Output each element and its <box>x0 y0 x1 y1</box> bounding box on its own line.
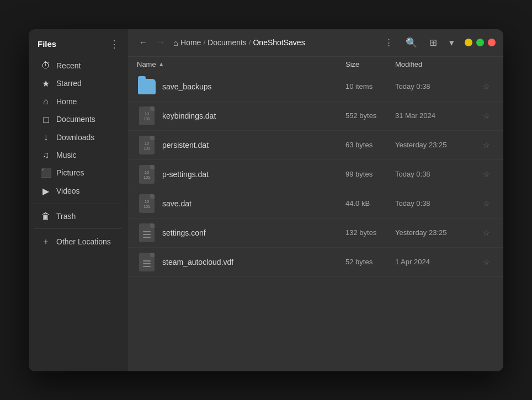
sidebar-item-pictures[interactable]: ⬛ Pictures <box>32 164 125 182</box>
sidebar-item-music[interactable]: ♫ Music <box>32 146 125 164</box>
home-icon: ⌂ <box>41 97 51 106</box>
sidebar-item-label: Pictures <box>56 168 84 177</box>
file-size: 52 bytes <box>345 258 395 266</box>
file-icon-container: 10101 <box>137 164 157 184</box>
file-list: save_backups 10 items Today 0:38 ☆ 10101… <box>128 72 503 371</box>
column-size-header[interactable]: Size <box>345 60 395 68</box>
star-toggle-button[interactable]: ☆ <box>483 170 490 179</box>
folder-icon <box>138 79 156 94</box>
forward-button[interactable]: → <box>153 35 169 50</box>
breadcrumb-sep-2: / <box>249 39 251 47</box>
sidebar-item-other-locations[interactable]: ＋ Other Locations <box>32 232 125 252</box>
sidebar-divider-2 <box>34 228 123 229</box>
search-button[interactable]: 🔍 <box>402 35 421 51</box>
sidebar-menu-button[interactable]: ⋮ <box>109 38 119 50</box>
file-name: p-settings.dat <box>162 170 345 179</box>
file-name: keybindings.dat <box>162 111 345 120</box>
table-row[interactable]: save_backups 10 items Today 0:38 ☆ <box>128 72 503 102</box>
sidebar-item-documents[interactable]: ◻ Documents <box>32 110 125 129</box>
breadcrumb: ⌂ Home / Documents / OneShotSaves <box>173 38 376 47</box>
breadcrumb-home[interactable]: Home <box>180 38 201 47</box>
file-star-column: ☆ <box>478 82 494 91</box>
file-size: 63 bytes <box>345 141 395 149</box>
sidebar-item-recent[interactable]: ⏱ Recent <box>32 57 125 74</box>
toolbar: ← → ⌂ Home / Documents / OneShotSaves ⋮ … <box>128 29 503 57</box>
table-row[interactable]: 10101 p-settings.dat 99 bytes Today 0:38… <box>128 160 503 189</box>
pictures-icon: ⬛ <box>41 168 51 178</box>
star-toggle-button[interactable]: ☆ <box>483 82 490 91</box>
dat-file-icon: 10101 <box>139 136 155 154</box>
file-size: 44.0 kB <box>345 199 395 207</box>
file-star-column: ☆ <box>478 170 494 179</box>
dat-file-icon: 10101 <box>139 106 155 125</box>
breadcrumb-sep-1: / <box>203 39 205 47</box>
file-size: 10 items <box>345 82 395 90</box>
dat-file-icon: 10101 <box>139 165 155 184</box>
downloads-icon: ↓ <box>41 132 51 142</box>
file-name: save.dat <box>162 199 345 208</box>
sidebar-item-label: Trash <box>56 212 76 221</box>
breadcrumb-current: OneShotSaves <box>253 38 305 47</box>
file-star-column: ☆ <box>478 141 494 150</box>
column-name-header[interactable]: Name ▲ <box>137 60 345 68</box>
file-icon-container: 10101 <box>137 106 157 126</box>
back-button[interactable]: ← <box>136 35 151 50</box>
minimize-button[interactable] <box>465 39 472 46</box>
file-name: persistent.dat <box>162 141 345 150</box>
table-row[interactable]: 10101 keybindings.dat 552 bytes 31 Mar 2… <box>128 102 503 131</box>
table-row[interactable]: settings.conf 132 bytes Yesterday 23:25 … <box>128 218 503 248</box>
file-name: steam_autocloud.vdf <box>162 258 345 266</box>
file-icon-container: 10101 <box>137 194 157 214</box>
breadcrumb-documents[interactable]: Documents <box>208 38 247 47</box>
file-star-column: ☆ <box>478 111 494 120</box>
file-modified: 1 Apr 2024 <box>395 258 478 266</box>
file-list-header: Name ▲ Size Modified <box>128 57 503 72</box>
sort-dropdown-button[interactable]: ▾ <box>445 35 458 51</box>
toolbar-actions: ⋮ 🔍 ⊞ ▾ <box>380 35 496 51</box>
table-row[interactable]: steam_autocloud.vdf 52 bytes 1 Apr 2024 … <box>128 248 503 277</box>
sidebar-item-label: Documents <box>56 115 95 124</box>
maximize-button[interactable] <box>476 39 484 46</box>
file-icon-container <box>137 223 157 243</box>
documents-icon: ◻ <box>41 114 51 125</box>
close-button[interactable] <box>488 39 496 46</box>
file-size: 99 bytes <box>345 170 395 178</box>
sidebar-item-label: Home <box>56 97 77 106</box>
dat-file-icon: 10101 <box>139 194 155 213</box>
search-icon: 🔍 <box>406 38 417 48</box>
column-modified-header[interactable]: Modified <box>395 60 478 68</box>
overflow-menu-button[interactable]: ⋮ <box>380 35 397 51</box>
sidebar-item-label: Recent <box>56 61 81 70</box>
home-breadcrumb-icon: ⌂ <box>173 38 178 47</box>
view-toggle-button[interactable]: ⊞ <box>425 35 441 51</box>
sidebar-item-home[interactable]: ⌂ Home <box>32 93 125 110</box>
table-row[interactable]: 10101 persistent.dat 63 bytes Yesterday … <box>128 131 503 160</box>
sidebar-title: Files <box>38 39 56 49</box>
star-toggle-button[interactable]: ☆ <box>483 228 490 237</box>
sidebar-divider <box>34 204 123 204</box>
sidebar-item-label: Downloads <box>56 133 94 142</box>
file-icon-container <box>137 252 157 272</box>
star-toggle-button[interactable]: ☆ <box>483 258 490 266</box>
sidebar-item-videos[interactable]: ▶ Videos <box>32 182 125 200</box>
sort-arrow-icon: ▲ <box>158 61 164 67</box>
table-row[interactable]: 10101 save.dat 44.0 kB Today 0:38 ☆ <box>128 189 503 218</box>
sidebar-item-label: Videos <box>56 186 80 195</box>
file-name: save_backups <box>162 82 345 91</box>
file-icon-container: 10101 <box>137 135 157 155</box>
file-modified: Today 0:38 <box>395 82 478 90</box>
file-modified: Yesterday 23:25 <box>395 141 478 149</box>
recent-icon: ⏱ <box>41 61 51 71</box>
sidebar-item-starred[interactable]: ★ Starred <box>32 74 125 93</box>
sidebar-item-downloads[interactable]: ↓ Downloads <box>32 129 125 146</box>
sidebar-item-label: Starred <box>56 79 82 88</box>
sidebar-item-trash[interactable]: 🗑 Trash <box>32 207 125 225</box>
file-manager-window: Files ⋮ ⏱ Recent ★ Starred ⌂ Home ◻ Docu… <box>29 29 503 371</box>
star-toggle-button[interactable]: ☆ <box>483 111 490 120</box>
text-file-icon <box>139 223 155 242</box>
star-toggle-button[interactable]: ☆ <box>483 199 490 208</box>
sidebar-header: Files ⋮ <box>29 34 128 57</box>
chevron-down-icon: ▾ <box>449 38 454 48</box>
file-modified: 31 Mar 2024 <box>395 111 478 120</box>
star-toggle-button[interactable]: ☆ <box>483 141 490 150</box>
